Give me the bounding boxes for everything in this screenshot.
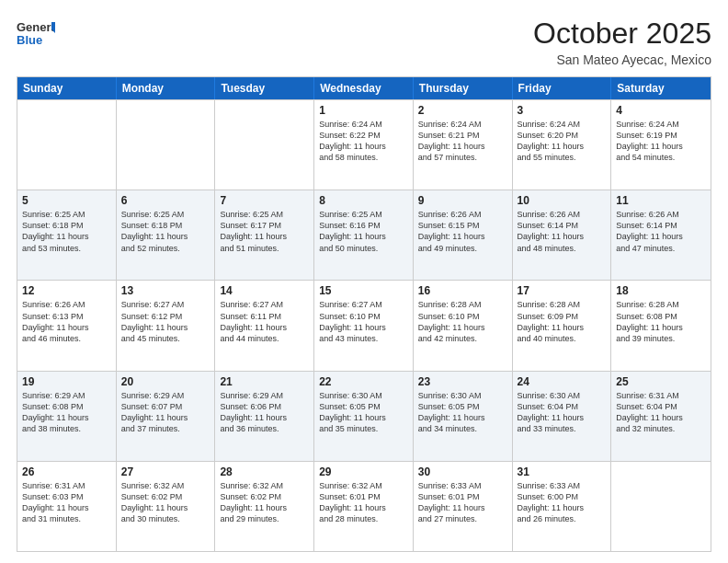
calendar-row-3: 12Sunrise: 6:26 AM Sunset: 6:13 PM Dayli… [17, 280, 711, 370]
calendar-cell: 9Sunrise: 6:26 AM Sunset: 6:15 PM Daylig… [414, 190, 513, 280]
cell-info: Sunrise: 6:33 AM Sunset: 6:00 PM Dayligh… [518, 480, 607, 525]
calendar-cell [117, 100, 216, 190]
cell-info: Sunrise: 6:29 AM Sunset: 6:08 PM Dayligh… [22, 390, 111, 435]
day-number: 23 [418, 375, 507, 388]
cell-info: Sunrise: 6:30 AM Sunset: 6:04 PM Dayligh… [518, 390, 607, 435]
day-number: 24 [518, 375, 607, 388]
month-title: October 2025 [533, 17, 711, 51]
day-number: 9 [418, 194, 507, 207]
calendar-cell: 5Sunrise: 6:25 AM Sunset: 6:18 PM Daylig… [17, 190, 117, 280]
calendar-cell: 2Sunrise: 6:24 AM Sunset: 6:21 PM Daylig… [414, 100, 513, 190]
day-number: 21 [220, 375, 309, 388]
calendar-cell: 25Sunrise: 6:31 AM Sunset: 6:04 PM Dayli… [611, 372, 711, 461]
calendar-cell: 20Sunrise: 6:29 AM Sunset: 6:07 PM Dayli… [117, 372, 216, 461]
calendar-cell: 28Sunrise: 6:32 AM Sunset: 6:02 PM Dayli… [215, 462, 314, 551]
calendar-cell: 8Sunrise: 6:25 AM Sunset: 6:16 PM Daylig… [314, 190, 414, 280]
calendar-row-2: 5Sunrise: 6:25 AM Sunset: 6:18 PM Daylig… [17, 190, 711, 280]
calendar-cell: 7Sunrise: 6:25 AM Sunset: 6:17 PM Daylig… [215, 190, 314, 280]
calendar-row-4: 19Sunrise: 6:29 AM Sunset: 6:08 PM Dayli… [17, 371, 711, 461]
calendar-header-thursday: Thursday [414, 77, 513, 99]
cell-info: Sunrise: 6:25 AM Sunset: 6:18 PM Dayligh… [22, 209, 111, 254]
day-number: 22 [319, 375, 408, 388]
day-number: 8 [319, 194, 408, 207]
calendar-cell: 18Sunrise: 6:28 AM Sunset: 6:08 PM Dayli… [611, 281, 711, 370]
cell-info: Sunrise: 6:31 AM Sunset: 6:03 PM Dayligh… [22, 480, 111, 525]
day-number: 12 [22, 284, 111, 297]
location: San Mateo Ayecac, Mexico [533, 52, 711, 67]
calendar-row-5: 26Sunrise: 6:31 AM Sunset: 6:03 PM Dayli… [17, 461, 711, 551]
cell-info: Sunrise: 6:28 AM Sunset: 6:08 PM Dayligh… [616, 299, 706, 344]
calendar-row-1: 1Sunrise: 6:24 AM Sunset: 6:22 PM Daylig… [17, 99, 711, 190]
title-block: October 2025 San Mateo Ayecac, Mexico [533, 17, 711, 67]
calendar-cell: 3Sunrise: 6:24 AM Sunset: 6:20 PM Daylig… [513, 100, 612, 190]
calendar-cell: 29Sunrise: 6:32 AM Sunset: 6:01 PM Dayli… [314, 462, 414, 551]
calendar-header-sunday: Sunday [17, 77, 117, 99]
calendar-cell: 10Sunrise: 6:26 AM Sunset: 6:14 PM Dayli… [513, 190, 612, 280]
cell-info: Sunrise: 6:30 AM Sunset: 6:05 PM Dayligh… [418, 390, 507, 435]
cell-info: Sunrise: 6:32 AM Sunset: 6:02 PM Dayligh… [220, 480, 309, 525]
day-number: 4 [616, 104, 706, 117]
day-number: 30 [418, 465, 507, 478]
day-number: 27 [121, 465, 210, 478]
day-number: 10 [518, 194, 607, 207]
cell-info: Sunrise: 6:29 AM Sunset: 6:07 PM Dayligh… [121, 390, 210, 435]
calendar-cell: 15Sunrise: 6:27 AM Sunset: 6:10 PM Dayli… [314, 281, 414, 370]
calendar-cell: 12Sunrise: 6:26 AM Sunset: 6:13 PM Dayli… [17, 281, 117, 370]
cell-info: Sunrise: 6:24 AM Sunset: 6:20 PM Dayligh… [518, 119, 607, 164]
calendar-header: SundayMondayTuesdayWednesdayThursdayFrid… [17, 77, 711, 99]
cell-info: Sunrise: 6:32 AM Sunset: 6:01 PM Dayligh… [319, 480, 408, 525]
day-number: 1 [319, 104, 408, 117]
calendar-cell: 26Sunrise: 6:31 AM Sunset: 6:03 PM Dayli… [17, 462, 117, 551]
day-number: 31 [518, 465, 607, 478]
calendar-cell: 21Sunrise: 6:29 AM Sunset: 6:06 PM Dayli… [215, 372, 314, 461]
cell-info: Sunrise: 6:24 AM Sunset: 6:21 PM Dayligh… [418, 119, 507, 164]
calendar-cell [611, 462, 711, 551]
page: General Blue October 2025 San Mateo Ayec… [0, 0, 728, 563]
cell-info: Sunrise: 6:31 AM Sunset: 6:04 PM Dayligh… [616, 390, 706, 435]
calendar-header-monday: Monday [117, 77, 216, 99]
cell-info: Sunrise: 6:24 AM Sunset: 6:22 PM Dayligh… [319, 119, 408, 164]
calendar-cell: 17Sunrise: 6:28 AM Sunset: 6:09 PM Dayli… [513, 281, 612, 370]
cell-info: Sunrise: 6:26 AM Sunset: 6:15 PM Dayligh… [418, 209, 507, 254]
calendar-header-saturday: Saturday [611, 77, 711, 99]
calendar-cell: 1Sunrise: 6:24 AM Sunset: 6:22 PM Daylig… [314, 100, 414, 190]
day-number: 29 [319, 465, 408, 478]
day-number: 14 [220, 284, 309, 297]
calendar-cell: 23Sunrise: 6:30 AM Sunset: 6:05 PM Dayli… [414, 372, 513, 461]
day-number: 25 [616, 375, 706, 388]
day-number: 18 [616, 284, 706, 297]
day-number: 13 [121, 284, 210, 297]
day-number: 16 [418, 284, 507, 297]
cell-info: Sunrise: 6:25 AM Sunset: 6:18 PM Dayligh… [121, 209, 210, 254]
cell-info: Sunrise: 6:27 AM Sunset: 6:10 PM Dayligh… [319, 299, 408, 344]
calendar-cell: 24Sunrise: 6:30 AM Sunset: 6:04 PM Dayli… [513, 372, 612, 461]
calendar: SundayMondayTuesdayWednesdayThursdayFrid… [17, 76, 711, 552]
calendar-header-wednesday: Wednesday [314, 77, 414, 99]
calendar-cell [215, 100, 314, 190]
day-number: 28 [220, 465, 309, 478]
cell-info: Sunrise: 6:33 AM Sunset: 6:01 PM Dayligh… [418, 480, 507, 525]
cell-info: Sunrise: 6:28 AM Sunset: 6:09 PM Dayligh… [518, 299, 607, 344]
calendar-header-tuesday: Tuesday [215, 77, 314, 99]
calendar-cell: 27Sunrise: 6:32 AM Sunset: 6:02 PM Dayli… [117, 462, 216, 551]
calendar-header-friday: Friday [513, 77, 612, 99]
cell-info: Sunrise: 6:25 AM Sunset: 6:17 PM Dayligh… [220, 209, 309, 254]
cell-info: Sunrise: 6:26 AM Sunset: 6:13 PM Dayligh… [22, 299, 111, 344]
day-number: 7 [220, 194, 309, 207]
day-number: 11 [616, 194, 706, 207]
day-number: 15 [319, 284, 408, 297]
day-number: 20 [121, 375, 210, 388]
calendar-cell: 16Sunrise: 6:28 AM Sunset: 6:10 PM Dayli… [414, 281, 513, 370]
calendar-cell: 19Sunrise: 6:29 AM Sunset: 6:08 PM Dayli… [17, 372, 117, 461]
cell-info: Sunrise: 6:28 AM Sunset: 6:10 PM Dayligh… [418, 299, 507, 344]
cell-info: Sunrise: 6:30 AM Sunset: 6:05 PM Dayligh… [319, 390, 408, 435]
calendar-cell: 6Sunrise: 6:25 AM Sunset: 6:18 PM Daylig… [117, 190, 216, 280]
logo-svg: General Blue [17, 17, 55, 50]
day-number: 17 [518, 284, 607, 297]
day-number: 3 [518, 104, 607, 117]
calendar-cell: 14Sunrise: 6:27 AM Sunset: 6:11 PM Dayli… [215, 281, 314, 370]
day-number: 26 [22, 465, 111, 478]
calendar-cell: 22Sunrise: 6:30 AM Sunset: 6:05 PM Dayli… [314, 372, 414, 461]
header: General Blue October 2025 San Mateo Ayec… [17, 17, 711, 67]
svg-text:Blue: Blue [17, 33, 42, 47]
